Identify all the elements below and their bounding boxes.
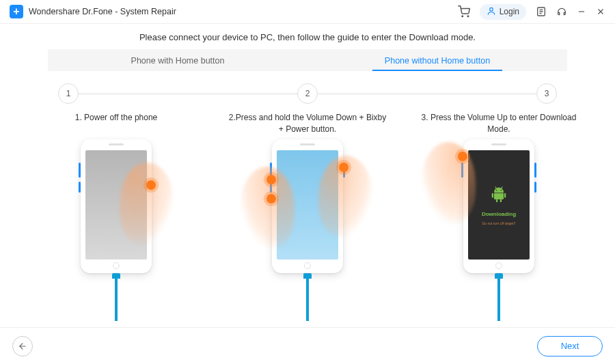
phone-illustration [272,139,343,273]
phone-illustration [81,139,152,273]
cable-icon [303,273,312,321]
step-1-illustration [27,139,205,317]
tab-home-button[interactable]: Phone with Home button [48,49,308,71]
cable-icon [112,273,120,321]
step-3-label: 3. Press the Volume Up to enter Download… [410,112,588,135]
svg-line-15 [502,186,503,188]
tabs: Phone with Home button Phone without Hom… [48,49,567,71]
download-subtitle: Do not turn off target!! [482,221,516,225]
login-button[interactable]: Login [480,4,526,20]
step-line [318,94,536,94]
login-label: Login [500,7,519,16]
step-2-label: 2.Press and hold the Volume Down + Bixby… [219,112,396,135]
steps-row: 1. Power off the phone 2.Press and hold … [27,112,588,317]
svg-point-8 [501,189,502,191]
instruction-text: Please connect your device to PC, then f… [0,24,615,49]
step-1: 1. Power off the phone [27,112,205,317]
tab-no-home-button[interactable]: Phone without Home button [308,49,567,71]
step-line [79,94,297,94]
step-circle-1: 1 [58,83,79,104]
svg-line-14 [495,186,497,188]
app-title: Wondershare Dr.Fone - System Repair [29,7,176,16]
stepper: 1 2 3 [58,83,557,104]
next-button[interactable]: Next [537,336,603,356]
step-2: 2.Press and hold the Volume Down + Bixby… [219,112,396,317]
svg-point-2 [489,8,493,11]
feedback-icon[interactable] [536,6,547,17]
svg-rect-13 [500,199,502,202]
step-circle-3: 3 [536,83,557,104]
svg-rect-10 [492,193,493,197]
minimize-button[interactable] [577,7,586,16]
svg-point-7 [496,189,497,191]
close-button[interactable] [596,7,605,16]
download-title: Downloading [482,211,516,217]
svg-point-1 [467,16,469,17]
step-2-illustration [219,139,396,317]
footer: Next [0,327,615,364]
svg-rect-11 [504,193,506,197]
titlebar-right: Login [458,4,605,20]
titlebar-left: + Wondershare Dr.Fone - System Repair [10,5,176,18]
svg-rect-12 [496,199,497,202]
support-icon[interactable] [556,6,567,17]
step-1-label: 1. Power off the phone [27,112,205,135]
cart-icon[interactable] [458,5,470,18]
back-button[interactable] [12,336,33,356]
phone-illustration: Downloading Do not turn off target!! [463,139,534,273]
step-3-illustration: Downloading Do not turn off target!! [410,139,588,317]
app-logo-icon: + [10,5,23,18]
step-3: 3. Press the Volume Up to enter Download… [410,112,588,317]
user-icon [487,6,496,18]
step-circle-2: 2 [297,83,318,104]
svg-rect-9 [494,193,504,199]
android-icon [489,185,508,207]
svg-point-0 [462,16,463,17]
cable-icon [495,273,503,321]
titlebar: + Wondershare Dr.Fone - System Repair Lo… [0,0,615,23]
